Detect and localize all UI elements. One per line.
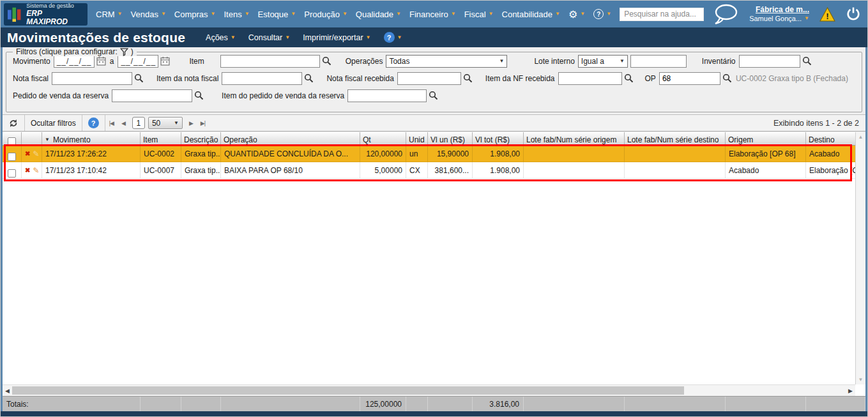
ocultar-filtros-button[interactable]: Ocultar filtros	[25, 115, 82, 131]
nota-fiscal-recebida-input[interactable]	[397, 72, 461, 85]
header-movimento[interactable]: ▼Movimento	[42, 132, 141, 146]
search-icon[interactable]	[194, 91, 204, 100]
header-vl-un[interactable]: Vl un (R$)	[428, 132, 473, 146]
topbar-menu-compras[interactable]: Compras▼	[174, 10, 216, 19]
search-icon[interactable]	[722, 73, 732, 83]
account-block[interactable]: Fábrica de m... Samuel Gonça...▼	[749, 5, 809, 23]
edit-icon[interactable]: ✎	[33, 166, 39, 175]
filters-legend-text: Filtros (clique para configurar:	[16, 47, 118, 56]
search-icon[interactable]	[304, 73, 314, 83]
imprimir-exportar-menu[interactable]: Imprimir/exportar▼	[303, 33, 370, 42]
header-item[interactable]: Item	[141, 132, 181, 146]
table-row[interactable]: ✖✎ 17/11/23 17:26:22 UC-0002 Graxa tip..…	[3, 146, 865, 162]
refresh-button[interactable]	[3, 115, 24, 131]
movimento-to-input[interactable]: __/__/__	[118, 55, 158, 68]
row-checkbox[interactable]	[8, 169, 16, 178]
page-number-box[interactable]: 1	[132, 117, 145, 129]
page-size-select[interactable]: 50 ▼	[148, 117, 183, 129]
scrollbar-thumb[interactable]	[12, 386, 684, 395]
header-qt[interactable]: Qt	[360, 132, 406, 146]
select-all-header[interactable]	[3, 132, 22, 146]
actions-header	[22, 132, 42, 146]
next-page-icon[interactable]: ▶	[185, 120, 197, 126]
topbar-menu-estoque[interactable]: Estoque▼	[258, 10, 296, 19]
first-page-icon[interactable]: |◀	[105, 120, 118, 126]
cell-movimento: 17/11/23 17:26:22	[42, 146, 141, 162]
scroll-down-icon[interactable]: ▼	[856, 377, 865, 383]
topbar-menu-vendas[interactable]: Vendas▼	[131, 10, 166, 19]
search-icon[interactable]	[322, 56, 331, 66]
header-operacao[interactable]: Operação	[221, 132, 360, 146]
company-link[interactable]: Fábrica de m...	[749, 5, 809, 14]
row-checkbox[interactable]	[8, 153, 16, 161]
table-row[interactable]: ✖✎ 17/11/23 17:10:42 UC-0007 Graxa tip..…	[3, 162, 865, 179]
topbar-menu-financeiro[interactable]: Financeiro▼	[409, 10, 456, 19]
item-nf-recebida-label: Item da NF recebida	[485, 74, 555, 83]
search-icon[interactable]	[624, 73, 634, 83]
settings-menu[interactable]: ⚙▼	[568, 8, 585, 20]
header-unid[interactable]: Unid	[406, 132, 428, 146]
header-lote-origem[interactable]: Lote fab/Num série origem	[524, 132, 625, 146]
svg-text:!: !	[826, 11, 829, 20]
pedido-venda-reserva-input[interactable]	[112, 89, 192, 102]
nota-fiscal-recebida-label: Nota fiscal recebida	[326, 74, 393, 83]
movements-grid: ▼Movimento Item Descrição Operação Qt Un…	[3, 132, 865, 396]
content-area: Filtros (clique para configurar: ) Movim…	[1, 47, 867, 411]
acoes-menu[interactable]: Ações▼	[206, 33, 236, 42]
search-icon[interactable]	[134, 73, 144, 83]
search-icon[interactable]	[463, 73, 473, 83]
item-pedido-venda-reserva-input[interactable]	[347, 89, 427, 102]
scroll-right-icon[interactable]: ▶	[846, 388, 855, 394]
last-page-icon[interactable]: ▶|	[197, 120, 209, 126]
topbar-menu-contabilidade[interactable]: Contabilidade▼	[502, 10, 560, 19]
calendar-icon[interactable]	[96, 56, 106, 66]
cell-movimento: 17/11/23 17:10:42	[42, 162, 141, 179]
chat-icon[interactable]	[712, 4, 739, 24]
toolbar-help-button[interactable]: ?	[82, 115, 105, 131]
app-logo[interactable]: Sistema de gestão ERP MAXIPROD	[4, 3, 88, 26]
topbar-menu-itens[interactable]: Itens▼	[224, 10, 250, 19]
movimento-from-input[interactable]: __/__/__	[54, 55, 95, 68]
inventario-input[interactable]	[739, 55, 800, 68]
scroll-left-icon[interactable]: ◀	[3, 388, 12, 394]
help-menu[interactable]: ?▼	[593, 9, 611, 19]
topbar-menu-crm[interactable]: CRM▼	[96, 10, 123, 19]
page-help-menu[interactable]: ?▼	[384, 32, 402, 43]
topbar-menu-producao[interactable]: Produção▼	[304, 10, 347, 19]
menu-label: Contabilidade	[502, 10, 553, 19]
header-lote-destino[interactable]: Lote fab/Num série destino	[625, 132, 726, 146]
prev-page-icon[interactable]: ◀	[118, 120, 129, 126]
warning-icon[interactable]: !	[819, 7, 835, 22]
item-nota-fiscal-input[interactable]	[222, 72, 302, 85]
delete-icon[interactable]: ✖	[25, 167, 30, 174]
consultar-menu[interactable]: Consultar▼	[248, 33, 290, 42]
vertical-scrollbar[interactable]: ▲ ▼	[855, 132, 865, 384]
lote-interno-input[interactable]	[630, 55, 687, 68]
power-icon[interactable]	[846, 6, 861, 22]
nota-fiscal-input[interactable]	[52, 72, 132, 85]
header-descricao[interactable]: Descrição	[181, 132, 221, 146]
operacoes-label: Operações	[346, 57, 383, 66]
header-origem[interactable]: Origem	[726, 132, 806, 146]
calendar-icon[interactable]	[160, 56, 170, 66]
horizontal-scrollbar[interactable]: ◀ ▶	[3, 384, 855, 396]
header-vl-tot[interactable]: Vl tot (R$)	[473, 132, 524, 146]
totals-label: Totais:	[3, 397, 141, 411]
select-all-checkbox[interactable]	[8, 137, 16, 146]
scroll-up-icon[interactable]: ▲	[856, 134, 865, 140]
help-search-input[interactable]	[620, 8, 704, 21]
operacoes-select[interactable]: Todas ▼	[386, 55, 507, 68]
item-input[interactable]	[220, 55, 320, 68]
op-input[interactable]	[659, 72, 720, 85]
cell-origem: Elaboração [OP 68]	[726, 146, 806, 162]
lote-interno-operator-select[interactable]: Igual a ▼	[578, 55, 628, 68]
topbar-menu-fiscal[interactable]: Fiscal▼	[464, 10, 494, 19]
user-menu[interactable]: Samuel Gonça...▼	[749, 14, 809, 23]
filters-legend[interactable]: Filtros (clique para configurar: )	[13, 47, 137, 56]
topbar-menu-qualidade[interactable]: Qualidade▼	[356, 10, 401, 19]
search-icon[interactable]	[429, 91, 438, 100]
edit-icon[interactable]: ✎	[33, 149, 39, 158]
search-icon[interactable]	[802, 56, 812, 66]
delete-icon[interactable]: ✖	[25, 150, 30, 157]
item-nf-recebida-input[interactable]	[558, 72, 622, 85]
